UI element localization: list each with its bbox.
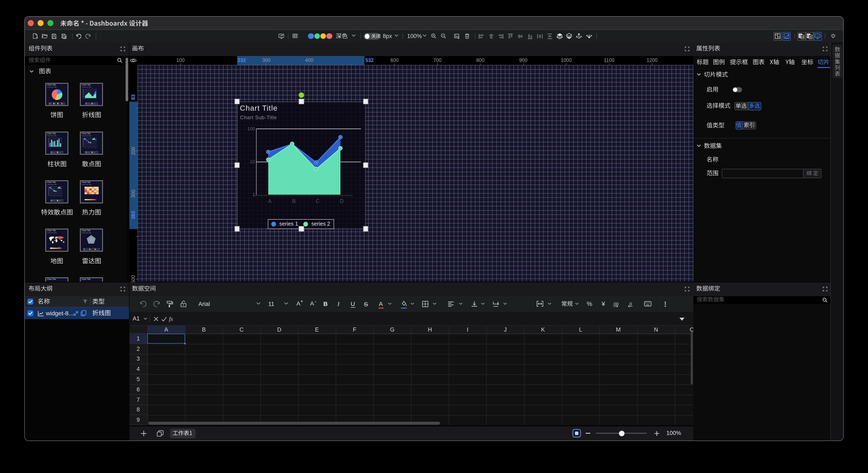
svg-text:85.9: 85.9	[92, 147, 93, 148]
svg-text:A: A	[91, 234, 92, 235]
svg-text:series 1: series 1	[87, 103, 91, 104]
svg-text:50: 50	[82, 146, 83, 147]
svg-text:series 3: series 3	[96, 249, 99, 250]
svg-text:1: 1	[86, 195, 86, 196]
svg-text:OS: OS	[816, 34, 819, 37]
svg-text:85.2: 85.2	[95, 147, 97, 148]
svg-text:85.9: 85.9	[57, 196, 59, 197]
svg-text:70: 70	[48, 191, 49, 192]
svg-text:60: 60	[48, 193, 49, 194]
svg-text:70: 70	[82, 143, 83, 144]
svg-text:50: 50	[82, 89, 83, 90]
svg-text:series 2: series 2	[93, 103, 97, 104]
svg-text:series 2: series 2	[58, 200, 62, 201]
svg-text:B: B	[89, 98, 89, 99]
svg-text:943800000: 943800000	[58, 247, 61, 247]
svg-text:-47800000: -47800000	[50, 247, 53, 247]
svg-text:series 2: series 2	[91, 249, 94, 250]
svg-text:80: 80	[48, 189, 49, 190]
svg-text:60: 60	[82, 144, 83, 146]
svg-text:文: 文	[809, 36, 812, 38]
svg-text:43.3: 43.3	[50, 196, 52, 197]
svg-text:series 2: series 2	[93, 152, 97, 153]
svg-text:5: 5	[95, 195, 95, 196]
svg-text:C: C	[59, 103, 60, 104]
svg-text:4: 4	[92, 195, 93, 196]
svg-text:100: 100	[47, 186, 49, 187]
svg-text:85.4: 85.4	[54, 196, 55, 197]
svg-text:43.3: 43.3	[85, 147, 86, 148]
svg-text:60: 60	[48, 137, 49, 139]
svg-text:10: 10	[48, 146, 49, 147]
svg-text:0: 0	[85, 199, 85, 199]
svg-text:6: 6	[97, 195, 98, 196]
svg-text:10: 10	[82, 96, 83, 97]
svg-text:90: 90	[82, 139, 83, 140]
svg-text:40: 40	[48, 141, 49, 142]
svg-text:85.4: 85.4	[88, 147, 90, 148]
svg-text:0: 0	[83, 97, 83, 98]
svg-text:20: 20	[48, 144, 49, 146]
svg-text:C: C	[92, 98, 93, 99]
svg-text:series 1: series 1	[85, 249, 89, 250]
svg-text:3: 3	[90, 195, 91, 196]
svg-text:series 1: series 1	[53, 152, 56, 153]
svg-text:D: D	[96, 98, 96, 99]
svg-text:A: A	[51, 103, 52, 104]
svg-text:2: 2	[88, 195, 88, 196]
svg-text:series 1: series 1	[53, 200, 56, 201]
svg-text:100: 100	[82, 137, 83, 139]
svg-text:D: D	[63, 103, 64, 104]
svg-text:series 1: series 1	[87, 152, 91, 153]
svg-text:30: 30	[48, 143, 49, 144]
svg-text:50: 50	[48, 139, 49, 140]
svg-text:85.2: 85.2	[60, 196, 62, 197]
svg-text:A: A	[85, 98, 86, 99]
svg-text:B: B	[55, 103, 56, 104]
svg-text:80: 80	[82, 141, 83, 142]
svg-text:series 2: series 2	[58, 152, 62, 153]
svg-text:50: 50	[48, 195, 49, 196]
svg-text:20: 20	[82, 94, 83, 95]
svg-text:30: 30	[82, 92, 83, 93]
svg-text:40: 40	[82, 91, 83, 92]
svg-text:90: 90	[48, 188, 49, 189]
svg-text:En: En	[801, 36, 804, 38]
